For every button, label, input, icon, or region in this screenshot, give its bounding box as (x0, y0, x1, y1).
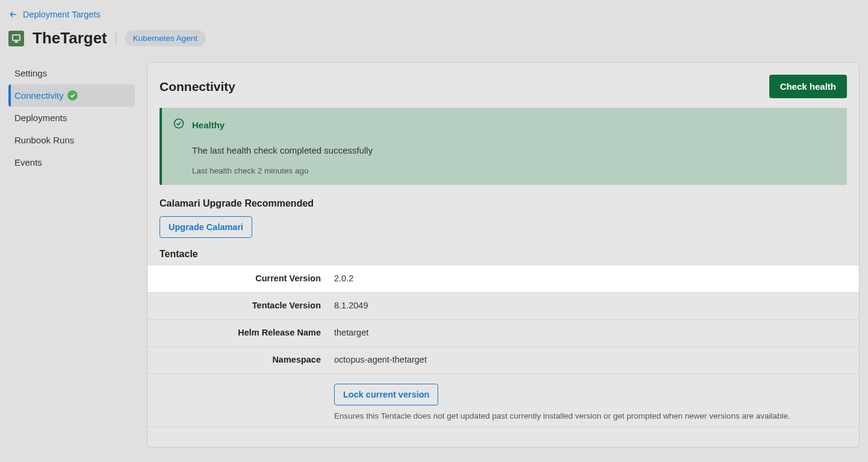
calamari-heading: Calamari Upgrade Recommended (147, 195, 859, 216)
upgrade-calamari-button[interactable]: Upgrade Calamari (160, 216, 252, 238)
prop-label: Namespace (147, 347, 328, 373)
prop-value: 2.0.2 (328, 266, 859, 292)
panel-header: Connectivity Check health (147, 75, 859, 108)
prop-row-namespace: Namespace octopus-agent-thetarget (147, 347, 859, 374)
agent-type-badge: Kubernetes Agent (125, 30, 206, 46)
page-title: TheTarget (33, 29, 107, 48)
prop-label: Tentacle Version (147, 293, 328, 319)
health-description: The last health check completed successf… (192, 145, 836, 155)
health-banner: Healthy The last health check completed … (160, 108, 847, 185)
title-row: TheTarget Kubernetes Agent (0, 23, 868, 62)
breadcrumb: Deployment Targets (0, 0, 868, 23)
sidebar-item-events[interactable]: Events (8, 151, 135, 173)
prop-label-empty (147, 374, 328, 426)
health-status: Healthy (192, 120, 225, 130)
prop-value: thetarget (328, 320, 859, 346)
lock-description: Ensures this Tentacle does not get updat… (334, 411, 859, 420)
sidebar-item-runbook-runs[interactable]: Runbook Runs (8, 129, 135, 151)
prop-label: Current Version (147, 266, 328, 292)
prop-value: 8.1.2049 (328, 293, 859, 319)
health-timestamp: Last health check 2 minutes ago (192, 166, 836, 175)
prop-row-tentacle-version: Tentacle Version 8.1.2049 (147, 293, 859, 320)
back-arrow-icon[interactable] (8, 10, 18, 19)
main-panel: Connectivity Check health Healthy The la… (147, 62, 860, 448)
tentacle-heading: Tentacle (147, 238, 859, 266)
check-icon (67, 90, 78, 101)
sidebar: Settings Connectivity Deployments Runboo… (8, 62, 135, 448)
sidebar-item-label: Connectivity (14, 90, 64, 101)
sidebar-item-label: Settings (14, 68, 47, 78)
prop-row-helm-release: Helm Release Name thetarget (147, 320, 859, 347)
panel-title: Connectivity (160, 80, 235, 94)
svg-rect-0 (13, 35, 20, 40)
sidebar-item-label: Deployments (14, 113, 67, 123)
sidebar-item-settings[interactable]: Settings (8, 62, 135, 84)
prop-row-lock: Lock current version Ensures this Tentac… (147, 374, 859, 427)
target-icon (8, 31, 24, 46)
sidebar-item-label: Runbook Runs (14, 135, 74, 145)
divider (116, 31, 116, 46)
prop-row-current-version: Current Version 2.0.2 (147, 266, 859, 293)
svg-point-1 (175, 119, 184, 128)
prop-label: Helm Release Name (147, 320, 328, 346)
lock-version-button[interactable]: Lock current version (334, 384, 438, 405)
sidebar-item-connectivity[interactable]: Connectivity (8, 84, 135, 107)
sidebar-item-label: Events (14, 157, 42, 167)
prop-value: octopus-agent-thetarget (328, 347, 859, 373)
breadcrumb-link[interactable]: Deployment Targets (23, 10, 101, 19)
check-health-button[interactable]: Check health (769, 75, 847, 98)
sidebar-item-deployments[interactable]: Deployments (8, 107, 135, 129)
healthy-icon (173, 117, 185, 132)
